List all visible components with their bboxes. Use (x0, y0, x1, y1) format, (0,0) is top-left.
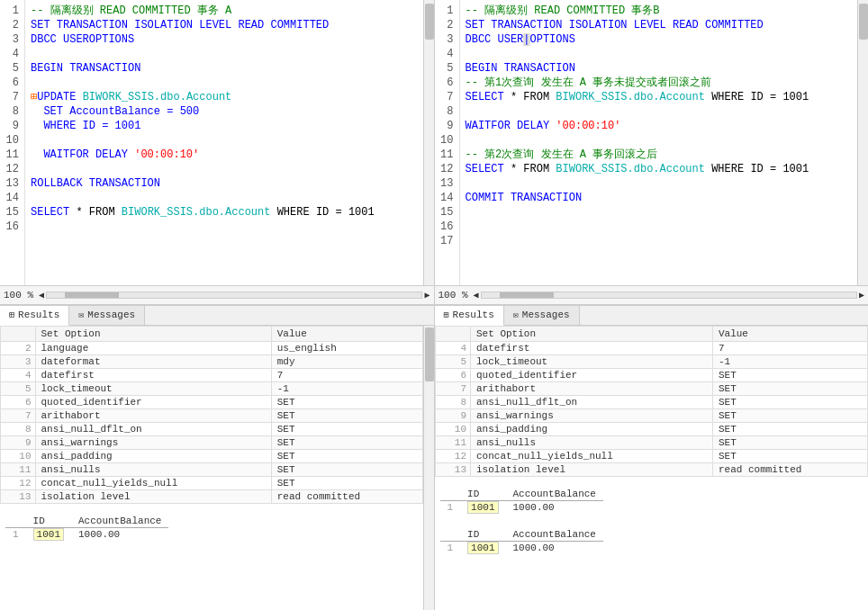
right-scroll-arrow-left[interactable]: ◀ (474, 290, 479, 301)
right-code-area[interactable]: 1234 5678 9101112 13141516 17 -- 隔离级别 RE… (435, 0, 869, 285)
setoption-cell: concat_null_yields_null (35, 476, 271, 489)
right-tab-bar: ⊞ Results ✉ Messages (435, 306, 869, 326)
left-tab-results[interactable]: ⊞ Results (0, 306, 69, 326)
left-editor-pane: 1234 5678 9101112 13141516 -- 隔离级别 READ … (0, 0, 435, 305)
right-hscrollbar[interactable] (481, 292, 857, 299)
value-cell: SET (712, 422, 867, 435)
right-results-tab-label: Results (453, 309, 494, 320)
table-row: 13 isolation level read committed (1, 489, 423, 503)
right-table-wrapper[interactable]: Set Option Value 4 datefirst 75 lock_tim… (435, 326, 869, 611)
setoption-cell: quoted_identifier (35, 395, 271, 408)
right-status-bar-pane: 100 % ◀ ▶ (439, 290, 865, 301)
setoption-cell: lock_timeout (470, 354, 712, 368)
row-num-cell: 2 (1, 341, 36, 354)
setoption-cell: ansi_nulls (35, 462, 271, 476)
table-row: 5 lock_timeout -1 (1, 381, 423, 395)
row-num-cell: 8 (435, 395, 470, 408)
right-code-content[interactable]: -- 隔离级别 READ COMMITTED 事务B SET TRANSACTI… (460, 0, 858, 285)
left-code-area[interactable]: 1234 5678 9101112 13141516 -- 隔离级别 READ … (0, 0, 434, 285)
table-row: 10 ansi_padding SET (1, 449, 423, 462)
table-row: 12 concat_null_yields_null SET (435, 449, 868, 462)
table-row: 11 ansi_nulls SET (1, 462, 423, 476)
right-results-pane: ⊞ Results ✉ Messages Set Option Value (435, 306, 869, 611)
row-num-cell: 13 (435, 462, 470, 476)
left-hscrollbar[interactable] (46, 292, 422, 299)
row-num-cell: 11 (435, 435, 470, 449)
left-col-header-empty (1, 326, 36, 341)
value-cell: 7 (712, 341, 867, 354)
row-num-cell: 11 (1, 462, 36, 476)
left-editor-scrollbar[interactable] (423, 0, 434, 285)
row-num-cell: 4 (1, 368, 36, 381)
table-row: 8 ansi_null_dflt_on SET (435, 395, 868, 408)
mini-table-row: 1 1001 1000.00 (440, 500, 603, 514)
right-msg-icon: ✉ (513, 309, 519, 320)
value-cell: SET (271, 435, 422, 449)
row-num-cell: 6 (1, 395, 36, 408)
left-tab-messages[interactable]: ✉ Messages (69, 306, 145, 325)
left-table-wrapper[interactable]: Set Option Value 2 language us_english3 … (0, 326, 423, 611)
mini-bal-cell: 1000.00 (506, 541, 603, 554)
row-num-cell: 7 (1, 408, 36, 422)
setoption-cell: datefirst (470, 341, 712, 354)
setoption-cell: quoted_identifier (470, 368, 712, 381)
setoption-cell: arithabort (35, 408, 271, 422)
left-tab-bar: ⊞ Results ✉ Messages (0, 306, 434, 326)
right-mini-table2: ID AccountBalance 1 1001 1000.00 (440, 528, 603, 554)
right-tab-messages[interactable]: ✉ Messages (504, 306, 580, 325)
right-status-bar: 100 % ◀ ▶ (435, 285, 869, 305)
left-results-pane: ⊞ Results ✉ Messages Set Option Value (0, 306, 435, 611)
table-row: 6 quoted_identifier SET (435, 368, 868, 381)
grid-icon: ⊞ (9, 309, 14, 320)
right-editor-scrollbar[interactable] (857, 0, 868, 285)
left-mini-col-id: ID (26, 515, 71, 528)
left-col-header-value: Value (271, 326, 422, 341)
right-tab-results[interactable]: ⊞ Results (435, 306, 504, 326)
left-scroll-arrow-left[interactable]: ◀ (39, 290, 44, 301)
table-row: 8 ansi_null_dflt_on SET (1, 422, 423, 435)
setoption-cell: ansi_warnings (470, 408, 712, 422)
left-code-content[interactable]: -- 隔离级别 READ COMMITTED 事务 A SET TRANSACT… (25, 0, 423, 285)
setoption-cell: arithabort (470, 381, 712, 395)
value-cell: SET (271, 395, 422, 408)
right-grid-icon: ⊞ (444, 309, 449, 320)
value-cell: SET (712, 435, 867, 449)
row-num-cell: 3 (1, 354, 36, 368)
value-cell: SET (712, 368, 867, 381)
left-mini-table: ID AccountBalance 1 1001 1000.00 (5, 515, 168, 541)
mini-table-row: 1 1001 1000.00 (440, 541, 603, 554)
row-num-cell: 9 (1, 435, 36, 449)
right-mini1-col-id: ID (460, 488, 505, 501)
value-cell: SET (712, 449, 867, 462)
right-scroll-arrow-right[interactable]: ▶ (859, 290, 864, 301)
msg-icon: ✉ (78, 309, 84, 320)
setoption-cell: ansi_null_dflt_on (470, 395, 712, 408)
setoption-cell: ansi_padding (470, 422, 712, 435)
mini-bal-cell: 1000.00 (71, 527, 168, 541)
value-cell: SET (271, 408, 422, 422)
left-scroll-arrow-right[interactable]: ▶ (424, 290, 429, 301)
left-status-bar: 100 % ◀ ▶ (0, 285, 434, 305)
row-num-cell: 6 (435, 368, 470, 381)
table-row: 10 ansi_padding SET (435, 422, 868, 435)
right-col-header-empty (435, 326, 470, 341)
setoption-cell: dateformat (35, 354, 271, 368)
table-row: 13 isolation level read committed (435, 462, 868, 476)
table-row: 11 ansi_nulls SET (435, 435, 868, 449)
setoption-cell: ansi_null_dflt_on (35, 422, 271, 435)
table-row: 6 quoted_identifier SET (1, 395, 423, 408)
row-num-cell: 13 (1, 489, 36, 503)
row-num-cell: 5 (435, 354, 470, 368)
table-row: 2 language us_english (1, 341, 423, 354)
value-cell: SET (712, 408, 867, 422)
mini-id-cell: 1001 (26, 527, 71, 541)
value-cell: mdy (271, 354, 422, 368)
left-status-bar-pane: 100 % ◀ ▶ (4, 290, 430, 301)
setoption-cell: isolation level (35, 489, 271, 503)
left-results-inner: Set Option Value 2 language us_english3 … (0, 326, 434, 611)
left-results-scrollbar[interactable] (423, 326, 434, 611)
value-cell: SET (271, 422, 422, 435)
right-mini2-col-id: ID (460, 528, 505, 542)
value-cell: SET (712, 381, 867, 395)
table-row: 4 datefirst 7 (1, 368, 423, 381)
